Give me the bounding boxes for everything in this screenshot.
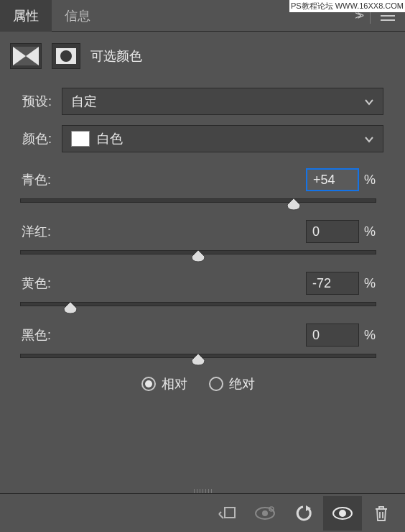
cyan-thumb[interactable]	[286, 198, 302, 211]
magenta-input[interactable]	[306, 220, 359, 243]
preset-row: 预设: 自定	[13, 88, 383, 115]
yellow-row: 黄色: %	[16, 272, 381, 295]
yellow-slider[interactable]	[20, 302, 376, 306]
percent-label: %	[359, 328, 381, 343]
sliders: 青色: % 洋红: % 黄色: %	[16, 168, 381, 358]
preset-label: 预设:	[13, 93, 52, 110]
color-select[interactable]: 白色	[62, 125, 383, 152]
clip-to-layer-button[interactable]	[207, 496, 246, 531]
magenta-thumb[interactable]	[190, 249, 206, 262]
panel-footer	[0, 493, 405, 532]
radio-relative[interactable]: 相对	[141, 375, 187, 393]
magenta-row: 洋红: %	[16, 220, 381, 243]
magenta-label: 洋红:	[16, 223, 306, 240]
cyan-label: 青色:	[16, 171, 306, 188]
watermark: PS教程论坛 WWW.16XX8.COM	[289, 0, 405, 12]
black-thumb[interactable]	[190, 353, 206, 366]
toggle-visibility-button[interactable]	[323, 496, 362, 531]
view-previous-button[interactable]	[246, 496, 284, 531]
svg-point-4	[60, 50, 72, 62]
preset-value: 自定	[71, 93, 97, 110]
selective-color-icon	[10, 43, 42, 69]
preset-select[interactable]: 自定	[62, 88, 383, 115]
adjustment-header: 可选颜色	[0, 32, 405, 83]
yellow-thumb[interactable]	[62, 301, 78, 314]
color-swatch	[71, 131, 90, 147]
reset-button[interactable]	[284, 496, 323, 531]
chevron-down-icon	[364, 94, 374, 109]
radio-relative-label: 相对	[162, 375, 187, 393]
radio-icon	[209, 377, 223, 391]
black-label: 黑色:	[16, 326, 306, 344]
cyan-input[interactable]	[306, 168, 359, 191]
percent-label: %	[359, 276, 381, 291]
svg-rect-5	[225, 508, 235, 518]
mode-radios: 相对 绝对	[13, 375, 383, 393]
cyan-row: 青色: %	[16, 168, 381, 191]
radio-icon	[141, 377, 156, 391]
panel-body: 预设: 自定 颜色: 白色 青色: % 洋红	[0, 83, 405, 393]
black-input[interactable]	[306, 324, 359, 347]
cyan-slider[interactable]	[20, 198, 376, 203]
radio-absolute[interactable]: 绝对	[209, 375, 255, 393]
chevron-down-icon	[364, 132, 374, 147]
percent-label: %	[359, 224, 381, 239]
tab-info[interactable]: 信息	[52, 0, 103, 32]
color-row: 颜色: 白色	[13, 125, 383, 152]
yellow-input[interactable]	[306, 272, 359, 295]
black-row: 黑色: %	[16, 324, 381, 347]
percent-label: %	[359, 173, 381, 188]
yellow-label: 黄色:	[16, 275, 306, 292]
black-slider[interactable]	[20, 354, 376, 358]
delete-button[interactable]	[362, 496, 401, 531]
layer-mask-icon	[52, 43, 80, 69]
color-label: 颜色:	[13, 130, 52, 147]
radio-absolute-label: 绝对	[229, 375, 255, 393]
svg-point-11	[339, 510, 346, 517]
adjustment-title: 可选颜色	[90, 47, 142, 65]
magenta-slider[interactable]	[20, 250, 376, 254]
svg-point-7	[262, 510, 268, 516]
tab-properties[interactable]: 属性	[0, 0, 52, 32]
color-value: 白色	[97, 130, 123, 147]
